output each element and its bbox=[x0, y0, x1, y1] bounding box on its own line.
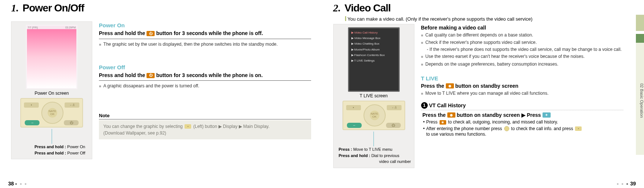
phone-screen-power-on: 7/7 (FRI) 03:29PM bbox=[26, 25, 78, 89]
keypad-end-key: ⏻ bbox=[64, 120, 79, 125]
end-key-icon: ⏻ bbox=[147, 73, 155, 78]
keypad-end-key: ⏻ bbox=[386, 123, 401, 128]
keypad-call-key: ⏤ bbox=[25, 120, 39, 125]
bullet: ■Use the stereo earset if you can't hear… bbox=[421, 53, 624, 59]
screenshot-panel-right: ▶ Video Call History ▶ Video Message Box… bbox=[333, 24, 414, 168]
section-header-1: 1. Power On/Off bbox=[11, 2, 311, 14]
soft-key-icon: • bbox=[575, 126, 582, 131]
note-box: You can change the graphic by selecting … bbox=[99, 120, 311, 139]
page-left: 1. Power On/Off 7/7 (FRI) 03:29PM Power … bbox=[0, 0, 322, 188]
step-number-icon: 1 bbox=[421, 102, 428, 109]
screenshot-caption: Power On screen bbox=[14, 91, 89, 96]
bullet: ■ The graphic set by the user is display… bbox=[99, 41, 311, 47]
section-number: 1. bbox=[11, 2, 19, 14]
screenshot-panel-left: 7/7 (FRI) 03:29PM Power On screen • ←/i … bbox=[11, 21, 92, 159]
end-key-icon: ⏻ bbox=[147, 31, 155, 36]
menu-item: Video Chatting Box bbox=[354, 42, 379, 45]
keypad-illustration: • ←/i NATE OK ⏤ ⏻ bbox=[20, 98, 83, 128]
menu-item: Video Call History bbox=[354, 31, 378, 34]
power-off-heading: Power Off bbox=[99, 64, 311, 70]
camera-key-icon: ◉ bbox=[446, 83, 454, 88]
menu-item: T LIVE Settings bbox=[354, 59, 375, 62]
note-heading: Note bbox=[99, 113, 311, 119]
page-number-left: 38 ● ● ● bbox=[8, 181, 27, 187]
keypad-center-button: NATE OK bbox=[370, 111, 379, 120]
bullet: ■Depends on the usage preferences, batte… bbox=[421, 61, 624, 67]
callout-label: Press and hold : bbox=[34, 145, 67, 149]
bullet: ■Check if the receiver's phone supports … bbox=[421, 39, 624, 45]
menu-item: Video Message Box bbox=[354, 36, 380, 40]
menu-item: Movie/Photo Album bbox=[354, 48, 380, 51]
chapter-tab-label: 02 Basic Operation bbox=[636, 43, 644, 155]
tlive-heading: T LIVE bbox=[421, 75, 624, 81]
page-number-right: ● ● ● 39 bbox=[617, 181, 636, 187]
section-title: Video Call bbox=[345, 2, 391, 14]
vt-history-heading: 1 VT Call History bbox=[421, 102, 624, 110]
key-callouts-left: Press and hold : Power On Press and hold… bbox=[14, 144, 89, 156]
callout-label: Press and hold : bbox=[35, 151, 68, 155]
center-key-icon bbox=[504, 126, 509, 131]
callout-text: Power On bbox=[67, 145, 85, 149]
keypad-illustration: • ←/i NATE OK ⏤ ⏻ bbox=[342, 101, 405, 130]
screenshot-caption: T LIVE screen bbox=[337, 93, 411, 98]
callout-label: Press : bbox=[339, 147, 354, 152]
bullet: ■Call quality can be different depends o… bbox=[421, 32, 624, 38]
callout-text: video call number bbox=[379, 159, 411, 164]
text-column-right: Before making a video call ■Call quality… bbox=[421, 24, 633, 168]
sub-bullet: - If the receiver's phone does not suppo… bbox=[427, 47, 624, 52]
key-callouts-right: Press : Move to T LIVE menu Press and ho… bbox=[337, 146, 411, 165]
section-header-2: 2. Video Call bbox=[333, 2, 633, 14]
page-right: 2. Video Call You can make a video call.… bbox=[322, 0, 644, 188]
power-on-instruction: Press and hold the ⏻ button for 3 second… bbox=[99, 30, 311, 39]
menu-item: Flashcon Contents Box bbox=[354, 53, 385, 57]
keypad-center-button: NATE OK bbox=[48, 108, 57, 118]
callout-text: Move to T LIVE menu bbox=[353, 147, 392, 152]
nav-key-icon: ✦ bbox=[543, 112, 551, 118]
dot-bullet: • After entering the phone number press … bbox=[423, 126, 624, 137]
screen-date: 7/7 (FRI) bbox=[28, 26, 38, 29]
phone-screen-tlive: ▶ Video Call History ▶ Video Message Box… bbox=[348, 27, 400, 92]
power-on-heading: Power On bbox=[99, 22, 311, 28]
keypad-call-key: ⏤ bbox=[347, 123, 362, 128]
bullet: ■ A graphic dissapears and the power is … bbox=[99, 83, 311, 89]
power-off-instruction: Press and hold the ⏻ button for 3 second… bbox=[99, 72, 311, 81]
camera-key-icon: ◉ bbox=[440, 120, 446, 125]
screen-time: 03:29PM bbox=[65, 26, 76, 29]
dot-bullet: • Press ◉ to check all, outgoing, incomi… bbox=[423, 119, 624, 125]
text-column-left: Power On Press and hold the ⏻ button for… bbox=[99, 21, 311, 159]
callout-text: Power Off bbox=[67, 151, 85, 155]
vt-instruction: Press the ◉ button on standby screen ▶ P… bbox=[423, 112, 624, 118]
section-number: 2. bbox=[333, 2, 341, 14]
bullet: ■Move to T LIVE where you can manage all… bbox=[421, 90, 624, 96]
before-heading: Before making a video call bbox=[421, 25, 624, 31]
callout-text: Dial to previous bbox=[371, 153, 399, 158]
page-spread: 1. Power On/Off 7/7 (FRI) 03:29PM Power … bbox=[0, 0, 644, 188]
tlive-instruction: Press the ◉ button on standby screen bbox=[421, 83, 624, 89]
callout-label: Press and hold : bbox=[339, 153, 372, 158]
section-title: Power On/Off bbox=[23, 2, 84, 14]
camera-key-icon: ◉ bbox=[447, 112, 455, 118]
chapter-side-tab: 02 Basic Operation bbox=[636, 15, 644, 155]
section-intro: You can make a video call. (Only if the … bbox=[345, 16, 633, 22]
left-soft-key-icon: • bbox=[185, 124, 191, 129]
